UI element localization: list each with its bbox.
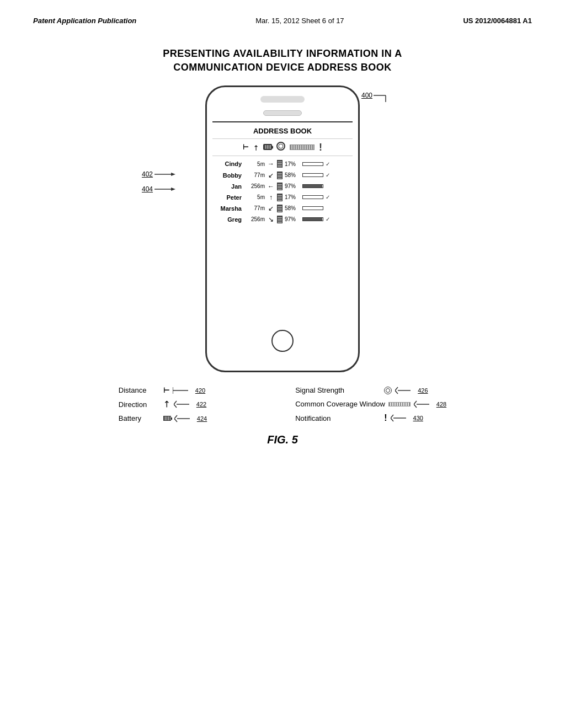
contact-direction-marsha: ↙	[267, 205, 275, 212]
ref-402-arrow	[154, 170, 177, 179]
svg-line-16	[395, 390, 398, 394]
contact-name-jan: Jan	[217, 183, 242, 190]
ref-402-number: 402	[142, 170, 153, 178]
notification-legend-icon: !	[384, 414, 387, 422]
legend-label-direction: Direction	[119, 400, 160, 409]
contact-battery-jan	[277, 183, 282, 190]
contact-check-cindy: ✓	[326, 161, 330, 167]
contact-direction-greg: ↘	[267, 216, 275, 223]
status-battery-icon	[263, 142, 272, 152]
legend-item-signal: Signal Strength 426	[295, 386, 446, 394]
legend-left-col: Distance ⊢ 420 Direction ↗ 422	[119, 386, 207, 422]
svg-line-13	[174, 419, 177, 422]
coverage-legend-icon	[388, 402, 411, 406]
ref-420-number: 420	[195, 387, 205, 394]
contact-direction-jan: ←	[267, 183, 275, 190]
contact-check-bobby: ✓	[326, 172, 330, 178]
status-notification-icon: !	[319, 142, 322, 152]
figure-label: FIG. 5	[0, 433, 565, 446]
contact-battery-pct-marsha: 58%	[285, 205, 300, 211]
contact-pct-bar-bobby	[302, 173, 323, 177]
contact-pct-bar-cindy	[302, 162, 323, 166]
phone-device: ADDRESS BOOK ⊢ ↗	[205, 85, 360, 372]
legend-item-notification: Notification ! 430	[295, 414, 446, 422]
status-direction-icon: ↗	[250, 142, 260, 152]
patent-number-text: US 2012/0064881 A1	[463, 17, 532, 25]
figure-label-text: FIG. 5	[267, 433, 298, 446]
contact-battery-bobby	[277, 171, 282, 179]
contact-distance-marsha: 77m	[244, 205, 265, 211]
svg-marker-3	[171, 173, 175, 176]
diagram-area: 400 402 404	[89, 85, 476, 372]
legend-ref-428-arrow	[414, 400, 433, 408]
date-sheet-text: Mar. 15, 2012 Sheet 6 of 17	[255, 17, 344, 25]
svg-marker-5	[171, 188, 175, 191]
legend-item-direction: Direction ↗ 422	[119, 400, 207, 409]
contact-battery-pct-jan: 97%	[285, 183, 300, 189]
contact-pct-bar-marsha	[302, 206, 323, 210]
legend-item-battery: Battery 424	[119, 414, 207, 422]
contact-direction-peter: ↑	[267, 194, 275, 201]
contact-battery-pct-peter: 17%	[285, 194, 300, 200]
status-bar: ⊢ ↗	[212, 139, 353, 156]
svg-line-22	[391, 418, 393, 421]
ref-426-number: 426	[418, 387, 428, 394]
contact-direction-bobby: ↙	[267, 172, 275, 179]
legend-label-signal: Signal Strength	[295, 386, 381, 394]
phone-home-button[interactable]	[271, 330, 294, 352]
ref-428-number: 428	[436, 401, 446, 408]
screen-title-text: ADDRESS BOOK	[253, 127, 312, 135]
title-line1: PRESENTING AVAILABILITY INFORMATION IN A	[0, 47, 565, 61]
status-signal-icon	[276, 142, 285, 153]
ref-404-arrow	[154, 185, 177, 194]
legend-ref-420-arrow	[173, 387, 192, 394]
contact-name-marsha: Marsha	[217, 205, 242, 212]
header-patent-number: US 2012/0064881 A1	[463, 17, 532, 25]
contact-distance-peter: 5m	[244, 194, 265, 200]
contact-distance-jan: 256m	[244, 183, 265, 189]
contact-list: Cindy 5m → 17% ✓ Bobby	[212, 156, 353, 227]
legend-label-coverage: Common Coverage Window	[295, 400, 385, 408]
legend-ref-422-arrow	[174, 400, 193, 408]
diagram-title: PRESENTING AVAILABILITY INFORMATION IN A…	[0, 47, 565, 74]
phone-speaker	[263, 110, 302, 116]
contact-pct-bar-greg	[302, 217, 323, 221]
table-row: Cindy 5m → 17% ✓	[217, 158, 348, 169]
contact-check-greg: ✓	[326, 216, 330, 222]
contact-name-bobby: Bobby	[217, 172, 242, 179]
legend-section: Distance ⊢ 420 Direction ↗ 422	[33, 386, 532, 422]
legend-ref-430-arrow	[391, 414, 410, 422]
svg-line-18	[414, 401, 417, 404]
ref-404-number: 404	[142, 185, 153, 193]
svg-line-21	[391, 415, 393, 418]
contact-name-cindy: Cindy	[217, 160, 242, 167]
phone-screen: ADDRESS BOOK ⊢ ↗	[212, 121, 353, 325]
battery-legend-icon	[163, 416, 171, 421]
table-row: Peter 5m ↑ 17% ✓	[217, 192, 348, 203]
contact-pct-bar-peter	[302, 195, 323, 199]
legend-ref-424-arrow	[174, 415, 194, 422]
battery-lg-icon	[263, 144, 272, 150]
contact-battery-pct-bobby: 58%	[285, 172, 300, 178]
contact-battery-cindy	[277, 160, 282, 168]
svg-line-15	[395, 387, 398, 390]
legend-item-distance: Distance ⊢ 420	[119, 386, 207, 394]
contact-battery-pct-cindy: 17%	[285, 161, 300, 167]
svg-line-10	[174, 404, 177, 408]
legend-item-coverage: Common Coverage Window 428	[295, 400, 446, 408]
distance-icon: ⊢	[163, 386, 169, 394]
table-row: Marsha 77m ↙ 58%	[217, 203, 348, 214]
legend-right-col: Signal Strength 426 Common Coverage Wind…	[295, 386, 446, 422]
contact-distance-cindy: 5m	[244, 161, 265, 167]
ref-400-number: 400	[361, 92, 372, 99]
legend-label-distance: Distance	[119, 386, 160, 394]
legend-label-notification: Notification	[295, 414, 381, 422]
signal-legend-icon	[384, 387, 392, 394]
table-row: Greg 256m ↘ 97% ✓	[217, 214, 348, 225]
header-date: Mar. 15, 2012 Sheet 6 of 17	[255, 17, 344, 25]
ref-424-number: 424	[197, 415, 207, 422]
svg-line-12	[174, 415, 177, 419]
contact-battery-pct-greg: 97%	[285, 216, 300, 222]
contact-distance-greg: 256m	[244, 216, 265, 222]
contact-name-greg: Greg	[217, 216, 242, 223]
